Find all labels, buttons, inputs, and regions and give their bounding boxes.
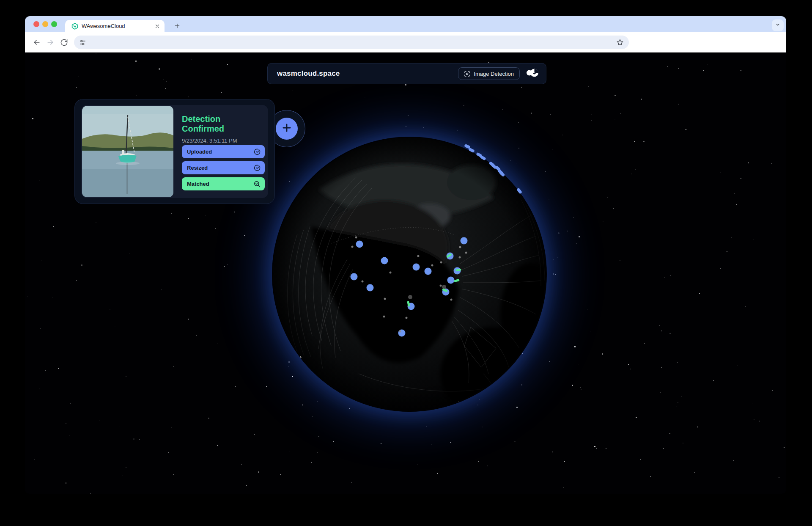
star bbox=[129, 253, 130, 254]
star bbox=[79, 76, 80, 77]
star bbox=[66, 482, 67, 484]
reload-icon bbox=[60, 39, 68, 47]
star bbox=[635, 169, 636, 170]
star bbox=[171, 213, 172, 214]
status-pill-label: Matched bbox=[187, 181, 209, 187]
theme-toggle-button[interactable] bbox=[525, 67, 540, 80]
maximize-window-button[interactable] bbox=[51, 21, 57, 27]
desktop: WAwesomeCloud bbox=[0, 0, 812, 526]
star bbox=[664, 277, 665, 278]
browser-window: WAwesomeCloud bbox=[25, 16, 786, 494]
star bbox=[163, 79, 164, 80]
address-bar[interactable] bbox=[74, 36, 629, 49]
tab-search-button[interactable] bbox=[772, 19, 784, 31]
star bbox=[217, 343, 218, 344]
star bbox=[76, 280, 77, 281]
add-host-button[interactable] bbox=[276, 118, 298, 140]
star bbox=[549, 361, 550, 362]
star bbox=[783, 354, 784, 355]
star bbox=[241, 464, 242, 465]
star bbox=[417, 464, 418, 465]
star bbox=[739, 376, 740, 377]
star bbox=[333, 441, 334, 442]
url-input[interactable] bbox=[90, 39, 613, 46]
star bbox=[678, 104, 680, 105]
star bbox=[759, 421, 760, 421]
status-pill-list: Uploaded Resized bbox=[182, 145, 265, 190]
earth-globe[interactable] bbox=[272, 137, 547, 412]
plus-icon bbox=[281, 122, 292, 135]
star bbox=[667, 66, 668, 67]
star bbox=[631, 369, 631, 369]
blue-marker bbox=[367, 284, 374, 292]
star bbox=[53, 226, 54, 227]
star bbox=[771, 163, 772, 164]
gray-marker bbox=[406, 317, 408, 319]
chevron-down-icon bbox=[775, 22, 781, 29]
star bbox=[254, 434, 255, 435]
star bbox=[754, 240, 754, 240]
star bbox=[647, 470, 648, 471]
star bbox=[772, 390, 773, 391]
search-check-icon bbox=[253, 180, 261, 187]
star bbox=[96, 53, 96, 54]
star bbox=[258, 471, 260, 473]
star bbox=[572, 385, 573, 386]
wasmcloud-hexagon-icon bbox=[71, 23, 78, 30]
star bbox=[557, 257, 558, 258]
star bbox=[727, 251, 727, 252]
star bbox=[234, 212, 235, 212]
sailboat-on-water-photo bbox=[82, 106, 173, 197]
browser-tab[interactable]: WAwesomeCloud bbox=[65, 20, 165, 32]
star bbox=[779, 477, 780, 479]
star bbox=[159, 68, 160, 70]
star bbox=[748, 162, 749, 163]
star bbox=[734, 193, 735, 194]
star bbox=[550, 114, 551, 115]
star bbox=[549, 199, 549, 200]
star bbox=[250, 376, 251, 377]
star bbox=[196, 336, 197, 336]
tune-icon[interactable] bbox=[79, 39, 86, 46]
star bbox=[37, 246, 38, 247]
star bbox=[208, 418, 209, 419]
star bbox=[293, 90, 294, 91]
star bbox=[670, 275, 671, 276]
star bbox=[266, 386, 267, 387]
star bbox=[581, 389, 582, 390]
star bbox=[351, 482, 352, 483]
image-detection-button[interactable]: Image Detection bbox=[458, 67, 520, 80]
globe-surface bbox=[272, 137, 547, 412]
status-pill-label: Resized bbox=[187, 165, 208, 171]
star bbox=[553, 259, 554, 260]
star bbox=[228, 264, 228, 265]
close-window-button[interactable] bbox=[33, 21, 39, 27]
star bbox=[205, 215, 206, 216]
minimize-window-button[interactable] bbox=[42, 21, 48, 27]
star bbox=[574, 346, 576, 347]
close-tab-icon[interactable] bbox=[154, 23, 160, 29]
new-tab-button[interactable] bbox=[172, 20, 183, 31]
detection-card: Detection Confirmed 9/23/2024, 3:51:11 P… bbox=[74, 99, 275, 204]
star bbox=[650, 476, 651, 477]
star bbox=[721, 172, 721, 173]
star bbox=[487, 465, 488, 466]
status-pill-uploaded: Uploaded bbox=[182, 145, 265, 158]
arrow-left-icon bbox=[33, 38, 41, 47]
star bbox=[189, 96, 189, 97]
bookmark-star-icon[interactable] bbox=[616, 39, 624, 46]
star bbox=[289, 436, 290, 437]
star bbox=[81, 264, 82, 266]
site-title: wasmcloud.space bbox=[277, 69, 340, 78]
star bbox=[311, 462, 312, 463]
star bbox=[737, 366, 738, 366]
star bbox=[618, 481, 619, 482]
theme-toggle-icon bbox=[525, 67, 540, 80]
reload-button[interactable] bbox=[58, 36, 70, 48]
forward-button[interactable] bbox=[44, 36, 56, 48]
star bbox=[235, 386, 236, 387]
back-button[interactable] bbox=[31, 36, 43, 48]
star bbox=[552, 452, 553, 452]
circle-check-icon bbox=[253, 164, 261, 171]
star bbox=[365, 97, 365, 98]
